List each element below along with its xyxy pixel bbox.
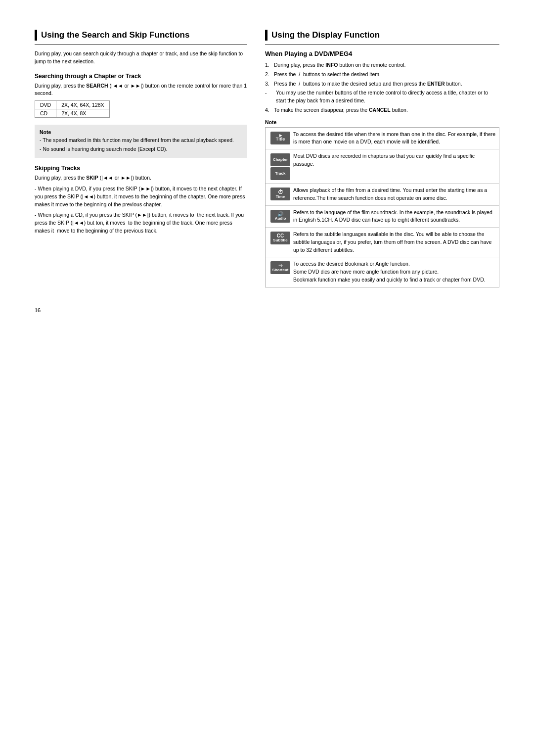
chapter-icon: Chapter [270,153,290,166]
dvd-speeds: 2X, 4X, 64X, 128X [56,101,109,109]
title-icon: ▶ Title [270,132,290,144]
table-row: DVD 2X, 4X, 64X, 128X [35,101,110,109]
skipping-title: Skipping Tracks [35,165,247,172]
icon-row-subtitle: CC Subtitle Refers to the subtitle langu… [266,228,499,257]
step-3-note-text: You may use the number buttons of the re… [276,89,499,105]
note-item-1: - The speed marked in this function may … [40,137,242,144]
when-playing-title: When Playing a DVD/MPEG4 [265,50,499,57]
icon-cell-time: ⏱ Time [267,187,293,200]
left-intro: During play, you can search quickly thro… [35,50,247,66]
step-text-3: Press the / buttons to make the desired … [274,80,462,88]
left-column: Using the Search and Skip Functions Duri… [35,30,247,238]
audio-desc: Refers to the language of the film sound… [293,209,497,225]
step-3: 3. Press the / buttons to make the desir… [265,80,499,88]
skip-dvd-desc: - When playing a DVD, if you press the S… [35,185,247,208]
subtitle-desc: Refers to the subtitle languages availab… [293,231,497,254]
searching-subsection: Searching through a Chapter or Track Dur… [35,73,247,118]
right-note-label: Note [265,119,499,125]
step-text-4: To make the screen disappear, press the … [274,106,408,114]
track-icon: Track [270,167,290,180]
icon-cell-subtitle: CC Subtitle [267,231,293,244]
icon-row-time: ⏱ Time Allows playback of the film from … [266,184,499,206]
speed-table: DVD 2X, 4X, 64X, 128X CD 2X, 4X, 8X [35,100,110,118]
dvd-label: DVD [35,101,56,109]
step-dash: - [265,89,274,105]
step-num-2: 2. [265,71,272,79]
step-text-2: Press the / buttons to select the desire… [274,71,381,79]
step-num-3: 3. [265,80,272,88]
step-3-note: - You may use the number buttons of the … [265,89,499,105]
step-4: 4. To make the screen disappear, press t… [265,106,499,114]
time-icon: ⏱ Time [270,188,290,200]
skipping-body: During play, press the SKIP (|◄◄ or ►►|)… [35,174,247,182]
page-number: 16 [35,307,499,313]
searching-title: Searching through a Chapter or Track [35,73,247,80]
shortcut-desc: To access the desired Bookmark or Angle … [293,260,497,284]
title-desc: To access the desired title when there i… [293,131,497,146]
icon-cell-title: ▶ Title [267,131,293,144]
icon-row-title: ▶ Title To access the desired title when… [266,128,499,150]
icon-row-audio: 🔊 Audio Refers to the language of the fi… [266,206,499,228]
note-label: Note [40,129,242,137]
chapter-desc: Most DVD discs are recorded in chapters … [293,152,497,168]
cd-speeds: 2X, 4X, 8X [56,109,109,118]
step-text-1: During play, press the INFO button on th… [274,61,406,69]
icons-table: ▶ Title To access the desired title when… [265,127,499,287]
subtitle-icon: CC Subtitle [270,232,290,244]
note-item-2: - No sound is hearing during search mode… [40,145,242,153]
shortcut-icon: ⇒ Shortcut [270,261,290,274]
right-section-title: Using the Display Function [265,30,499,41]
icon-cell-shortcut: ⇒ Shortcut [267,260,293,274]
step-num-1: 1. [265,61,272,69]
steps-list: 1. During play, press the INFO button on… [265,61,499,114]
step-2: 2. Press the / buttons to select the des… [265,71,499,79]
skip-cd-desc: - When playing a CD, if you press the SK… [35,211,247,235]
searching-body: During play, press the SEARCH (|◄◄ or ►►… [35,82,247,98]
right-column: Using the Display Function When Playing … [265,30,499,287]
cd-label: CD [35,109,56,118]
note-box: Note - The speed marked in this function… [35,125,247,158]
icon-row-shortcut: ⇒ Shortcut To access the desired Bookmar… [266,257,499,286]
step-1: 1. During play, press the INFO button on… [265,61,499,69]
icon-cell-chapter: Chapter Track [267,152,293,180]
left-section-title: Using the Search and Skip Functions [35,30,247,41]
icon-row-chapter: Chapter Track Most DVD discs are recorde… [266,149,499,184]
skipping-subsection: Skipping Tracks During play, press the S… [35,165,247,235]
audio-icon: 🔊 Audio [270,210,290,223]
step-num-4: 4. [265,106,272,114]
table-row: CD 2X, 4X, 8X [35,109,110,118]
icon-cell-audio: 🔊 Audio [267,209,293,223]
time-desc: Allows playback of the film from a desir… [293,187,497,202]
